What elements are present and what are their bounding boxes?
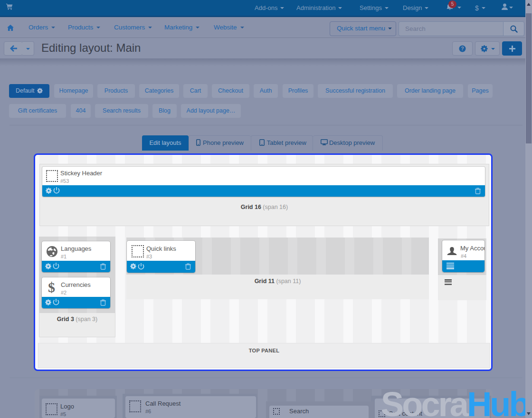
svg-text:?: ? bbox=[461, 46, 464, 51]
